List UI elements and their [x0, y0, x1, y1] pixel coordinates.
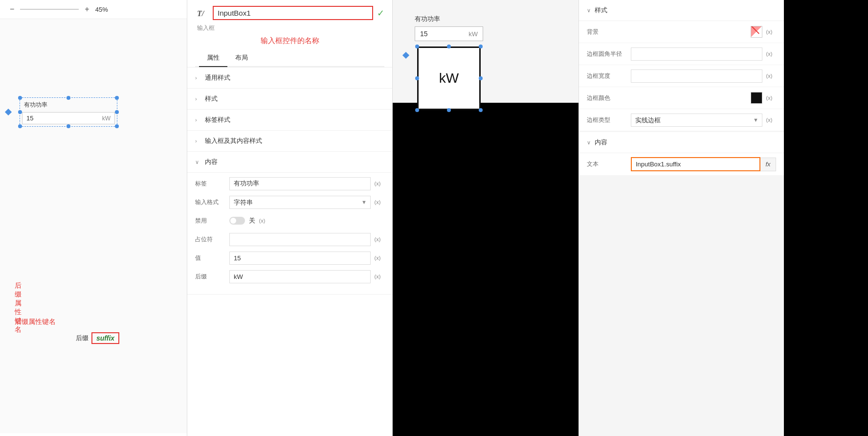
section-content-header[interactable]: ∨ 内容 — [187, 152, 392, 173]
background-color-swatch[interactable] — [751, 26, 762, 38]
style-section-title: 样式 — [595, 6, 607, 15]
style-text-input[interactable] — [631, 157, 760, 171]
section-input-style[interactable]: › 输入框及其内容样式 — [187, 131, 392, 152]
right-selected-widget-text: kW — [439, 70, 459, 86]
sel-handle-tl[interactable] — [415, 45, 419, 48]
sel-handle-tr[interactable] — [479, 45, 483, 48]
right-selected-widget-box[interactable]: kW — [417, 46, 481, 110]
section-style[interactable]: › 样式 — [187, 89, 392, 110]
style-label-background: 背景 — [587, 28, 631, 36]
field-label-x[interactable]: (x) — [371, 177, 384, 190]
chevron-right-icon: › — [195, 75, 201, 81]
tab-properties[interactable]: 属性 — [199, 49, 227, 67]
style-label-border-type: 边框类型 — [587, 116, 631, 124]
right-widget-unselected[interactable]: 有功功率 15 kW — [415, 15, 483, 41]
field-format-x[interactable]: (x) — [371, 195, 384, 209]
zoom-slider[interactable] — [20, 9, 79, 10]
handle-ml[interactable] — [18, 110, 22, 114]
annotation-text: 后缀属性键名 — [15, 318, 56, 325]
style-field-border-width: 边框宽度 (x) — [579, 65, 784, 87]
style-chevron-down: ∨ — [587, 7, 591, 14]
style-input-border-radius[interactable] — [631, 47, 762, 61]
section-general-style[interactable]: › 通用样式 — [187, 68, 392, 89]
handle-br[interactable] — [115, 124, 119, 128]
inputbox-type-icon: T/ — [197, 8, 207, 19]
props-annotation-title: 输入框控件的名称 — [195, 36, 384, 46]
field-suffix-input[interactable] — [229, 270, 371, 283]
chevron-right-icon-4: › — [195, 138, 201, 144]
handle-mr[interactable] — [115, 110, 119, 114]
content-section-title-right: 内容 — [595, 138, 607, 147]
content-section-header-right[interactable]: ∨ 内容 — [579, 132, 784, 153]
props-title-row: T/ ✓ — [195, 6, 384, 20]
sel-handle-tc[interactable] — [447, 45, 451, 48]
toggle-disabled-row: 关 — [229, 216, 255, 225]
style-field-border-color: 边框颜色 (x) — [579, 87, 784, 109]
right-widget-value: 15 — [420, 30, 468, 38]
canvas-input-widget[interactable]: 有功功率 15 kW — [20, 97, 117, 127]
style-field-background: 背景 (x) — [579, 21, 784, 43]
style-label-border-color: 边框颜色 — [587, 94, 631, 102]
handle-tr[interactable] — [115, 96, 119, 100]
toggle-disabled-switch[interactable] — [229, 217, 245, 225]
handle-bl[interactable] — [18, 124, 22, 128]
sel-handle-br[interactable] — [479, 108, 483, 112]
style-label-text: 文本 — [587, 160, 631, 168]
field-value-label: 值 — [195, 254, 229, 262]
zoom-out-button[interactable]: − — [8, 4, 16, 15]
border-color-swatch[interactable] — [751, 92, 762, 104]
right-widget-suffix: kW — [468, 30, 478, 38]
widget-input-row[interactable]: 15 kW — [22, 112, 115, 124]
handle-tl[interactable] — [18, 96, 22, 100]
content-section-right: ∨ 内容 文本 fx — [579, 132, 784, 176]
widget-value: 15 — [26, 115, 98, 122]
zoom-in-button[interactable]: + — [83, 4, 91, 15]
right-side: 有功功率 15 kW kW — [393, 0, 868, 436]
fx-button[interactable]: fx — [760, 158, 776, 171]
style-section-header[interactable]: ∨ 样式 — [579, 0, 784, 21]
sel-handle-bc[interactable] — [447, 108, 451, 112]
widget-dashed-border: 有功功率 15 kW — [20, 97, 117, 127]
section-general-style-label: 通用样式 — [205, 73, 230, 82]
field-placeholder-x[interactable]: (x) — [371, 232, 384, 246]
style-input-border-width[interactable] — [631, 69, 762, 83]
border-type-select[interactable]: 实线边框 虚线边框 点线边框 — [631, 114, 762, 127]
section-style-label: 样式 — [205, 94, 218, 103]
confirm-icon[interactable]: ✓ — [377, 8, 384, 19]
sel-handle-bl[interactable] — [415, 108, 419, 112]
field-value-x[interactable]: (x) — [371, 251, 384, 265]
props-subtitle: 输入框 — [195, 24, 384, 32]
component-name-input[interactable] — [213, 6, 373, 20]
suffix-annotation-row: 后缀 suffix — [76, 332, 119, 344]
style-properties-panel: ∨ 样式 背景 (x) 边框圆角半径 (x) 边框宽度 — [579, 0, 784, 436]
field-input-format-select[interactable]: 字符串 数字 密码 — [229, 196, 371, 209]
field-label-input[interactable] — [229, 177, 371, 190]
chevron-right-icon-2: › — [195, 96, 201, 102]
suffix-value-box: suffix — [91, 332, 119, 344]
tab-layout[interactable]: 布局 — [227, 49, 256, 67]
border-type-select-wrapper: 实线边框 虚线边框 点线边框 ▼ — [631, 114, 762, 127]
sel-handle-mr[interactable] — [479, 76, 483, 80]
style-label-border-width: 边框宽度 — [587, 72, 631, 80]
section-content-body: 标签 (x) 输入格式 字符串 数字 密码 ▼ (x) 禁 — [187, 173, 392, 295]
right-widget-input-row[interactable]: 15 kW — [415, 26, 483, 41]
field-disabled-x[interactable]: (x) — [255, 214, 269, 228]
handle-tc[interactable] — [67, 96, 70, 100]
style-background-x[interactable]: (x) — [762, 25, 776, 39]
field-placeholder-input[interactable] — [229, 233, 371, 246]
section-label-style[interactable]: › 标签样式 — [187, 110, 392, 131]
right-widget-selected-container[interactable]: kW — [417, 46, 481, 110]
field-input-format-label: 输入格式 — [195, 198, 229, 207]
style-border-width-x[interactable]: (x) — [762, 69, 776, 83]
field-value-input[interactable] — [229, 252, 371, 265]
field-placeholder-label: 占位符 — [195, 235, 229, 244]
style-border-type-x[interactable]: (x) — [762, 113, 776, 127]
section-input-style-label: 输入框及其内容样式 — [205, 137, 262, 145]
style-border-color-x[interactable]: (x) — [762, 91, 776, 105]
field-suffix-label: 后缀 — [195, 273, 229, 281]
sel-handle-ml[interactable] — [415, 76, 419, 80]
style-border-radius-x[interactable]: (x) — [762, 47, 776, 61]
handle-bc[interactable] — [67, 124, 70, 128]
style-field-border-radius: 边框圆角半径 (x) — [579, 43, 784, 65]
field-suffix-x[interactable]: (x) — [371, 270, 384, 283]
